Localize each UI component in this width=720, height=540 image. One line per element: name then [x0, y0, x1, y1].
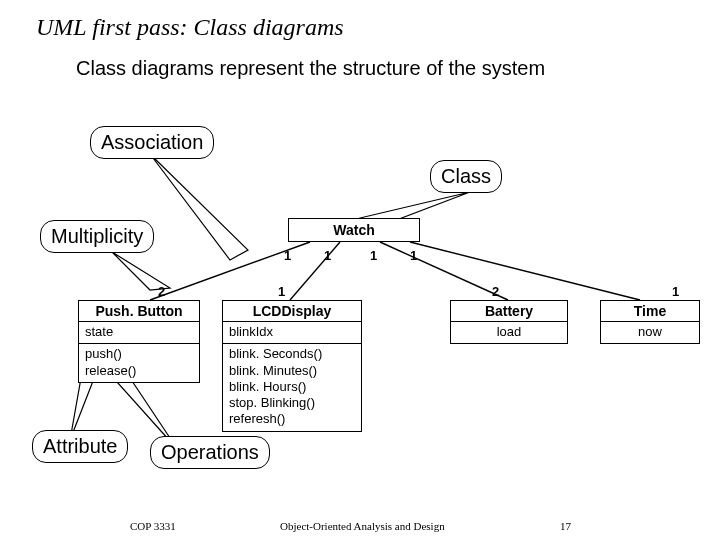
callout-operations: Operations	[150, 436, 270, 469]
attr: blinkIdx	[229, 324, 355, 340]
class-lcd-ops: blink. Seconds() blink. Minutes() blink.…	[223, 344, 361, 430]
op: blink. Hours()	[229, 379, 355, 395]
class-time-attrs: now	[601, 322, 699, 343]
svg-line-6	[290, 242, 340, 300]
class-pushbutton-ops: push() release()	[79, 344, 199, 382]
mult-time-end: 1	[672, 284, 679, 299]
class-lcd-name: LCDDisplay	[223, 301, 361, 322]
callout-multiplicity: Multiplicity	[40, 220, 154, 253]
mult-watch-bat: 1	[370, 248, 377, 263]
mult-watch-pb: 1	[284, 248, 291, 263]
op: release()	[85, 363, 193, 379]
class-lcd-attrs: blinkIdx	[223, 322, 361, 344]
op: referesh()	[229, 411, 355, 427]
class-battery-attrs: load	[451, 322, 567, 343]
attr: state	[85, 324, 193, 340]
op: blink. Seconds()	[229, 346, 355, 362]
mult-pb-end: 2	[158, 284, 165, 299]
class-watch-name: Watch	[289, 219, 419, 241]
class-watch: Watch	[288, 218, 420, 242]
class-pushbutton-attrs: state	[79, 322, 199, 344]
class-pushbutton-name: Push. Button	[79, 301, 199, 322]
mult-watch-lcd: 1	[324, 248, 331, 263]
class-lcddisplay: LCDDisplay blinkIdx blink. Seconds() bli…	[222, 300, 362, 432]
mult-bat-end: 2	[492, 284, 499, 299]
op: blink. Minutes()	[229, 363, 355, 379]
class-battery: Battery load	[450, 300, 568, 344]
class-time-name: Time	[601, 301, 699, 322]
mult-lcd-end: 1	[278, 284, 285, 299]
class-time: Time now	[600, 300, 700, 344]
callout-attribute: Attribute	[32, 430, 128, 463]
op: stop. Blinking()	[229, 395, 355, 411]
svg-marker-0	[150, 154, 248, 260]
callout-association: Association	[90, 126, 214, 159]
op: push()	[85, 346, 193, 362]
class-pushbutton: Push. Button state push() release()	[78, 300, 200, 383]
class-battery-name: Battery	[451, 301, 567, 322]
mult-watch-time: 1	[410, 248, 417, 263]
callout-class: Class	[430, 160, 502, 193]
